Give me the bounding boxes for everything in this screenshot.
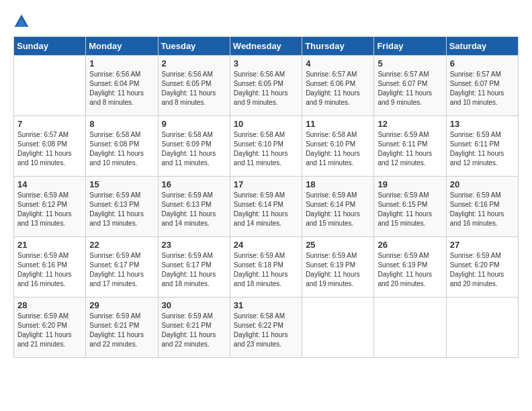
calendar-cell: 12Sunrise: 6:59 AMSunset: 6:11 PMDayligh… <box>374 116 446 177</box>
calendar-cell <box>446 298 518 358</box>
calendar-week-row: 7Sunrise: 6:57 AMSunset: 6:08 PMDaylight… <box>14 116 519 177</box>
day-of-week-header: Friday <box>374 37 446 56</box>
day-number: 26 <box>378 240 442 250</box>
day-number: 14 <box>17 179 82 189</box>
calendar-cell: 5Sunrise: 6:57 AMSunset: 6:07 PMDaylight… <box>374 56 446 116</box>
cell-info: Sunrise: 6:57 AMSunset: 6:06 PMDaylight:… <box>306 70 370 107</box>
day-number: 7 <box>17 119 82 129</box>
calendar-cell: 9Sunrise: 6:58 AMSunset: 6:09 PMDaylight… <box>158 116 230 177</box>
day-number: 16 <box>162 179 226 189</box>
cell-info: Sunrise: 6:59 AMSunset: 6:16 PMDaylight:… <box>17 251 82 289</box>
calendar-cell <box>302 298 374 358</box>
day-number: 8 <box>89 119 154 129</box>
calendar-cell: 1Sunrise: 6:56 AMSunset: 6:04 PMDaylight… <box>86 56 158 116</box>
calendar-week-row: 28Sunrise: 6:59 AMSunset: 6:20 PMDayligh… <box>14 298 519 358</box>
cell-info: Sunrise: 6:57 AMSunset: 6:07 PMDaylight:… <box>378 70 442 107</box>
cell-info: Sunrise: 6:59 AMSunset: 6:11 PMDaylight:… <box>378 130 442 168</box>
calendar-cell: 3Sunrise: 6:56 AMSunset: 6:05 PMDaylight… <box>230 56 302 116</box>
cell-info: Sunrise: 6:56 AMSunset: 6:04 PMDaylight:… <box>89 70 154 107</box>
calendar-cell: 4Sunrise: 6:57 AMSunset: 6:06 PMDaylight… <box>302 56 374 116</box>
cell-info: Sunrise: 6:59 AMSunset: 6:14 PMDaylight:… <box>306 191 370 228</box>
calendar-cell: 2Sunrise: 6:56 AMSunset: 6:05 PMDaylight… <box>158 56 230 116</box>
day-number: 3 <box>234 58 298 68</box>
cell-info: Sunrise: 6:57 AMSunset: 6:07 PMDaylight:… <box>450 70 515 107</box>
cell-info: Sunrise: 6:58 AMSunset: 6:10 PMDaylight:… <box>306 130 370 168</box>
page-header <box>13 13 519 30</box>
calendar-cell: 28Sunrise: 6:59 AMSunset: 6:20 PMDayligh… <box>14 298 86 358</box>
calendar-table: SundayMondayTuesdayWednesdayThursdayFrid… <box>13 36 519 358</box>
day-number: 27 <box>450 240 515 250</box>
day-number: 23 <box>162 240 226 250</box>
cell-info: Sunrise: 6:59 AMSunset: 6:20 PMDaylight:… <box>17 312 82 349</box>
cell-info: Sunrise: 6:56 AMSunset: 6:05 PMDaylight:… <box>234 70 298 107</box>
cell-info: Sunrise: 6:59 AMSunset: 6:17 PMDaylight:… <box>162 251 226 289</box>
cell-info: Sunrise: 6:59 AMSunset: 6:18 PMDaylight:… <box>234 251 298 289</box>
calendar-cell <box>14 56 86 116</box>
cell-info: Sunrise: 6:59 AMSunset: 6:14 PMDaylight:… <box>234 191 298 228</box>
day-number: 12 <box>378 119 442 129</box>
calendar-week-row: 1Sunrise: 6:56 AMSunset: 6:04 PMDaylight… <box>14 56 519 116</box>
calendar-cell: 13Sunrise: 6:59 AMSunset: 6:11 PMDayligh… <box>446 116 518 177</box>
cell-info: Sunrise: 6:59 AMSunset: 6:21 PMDaylight:… <box>89 312 154 349</box>
day-number: 18 <box>306 179 370 189</box>
calendar-cell: 29Sunrise: 6:59 AMSunset: 6:21 PMDayligh… <box>86 298 158 358</box>
cell-info: Sunrise: 6:58 AMSunset: 6:10 PMDaylight:… <box>234 130 298 168</box>
logo <box>13 13 32 30</box>
day-number: 25 <box>306 240 370 250</box>
calendar-cell: 31Sunrise: 6:58 AMSunset: 6:22 PMDayligh… <box>230 298 302 358</box>
day-of-week-header: Wednesday <box>230 37 302 56</box>
day-of-week-header: Monday <box>86 37 158 56</box>
day-number: 31 <box>234 300 298 310</box>
calendar-cell: 24Sunrise: 6:59 AMSunset: 6:18 PMDayligh… <box>230 237 302 298</box>
calendar-cell: 17Sunrise: 6:59 AMSunset: 6:14 PMDayligh… <box>230 177 302 237</box>
cell-info: Sunrise: 6:58 AMSunset: 6:22 PMDaylight:… <box>234 312 298 349</box>
day-of-week-header: Thursday <box>302 37 374 56</box>
day-number: 1 <box>89 58 154 68</box>
cell-info: Sunrise: 6:59 AMSunset: 6:19 PMDaylight:… <box>378 251 442 289</box>
day-number: 13 <box>450 119 515 129</box>
calendar-week-row: 14Sunrise: 6:59 AMSunset: 6:12 PMDayligh… <box>14 177 519 237</box>
cell-info: Sunrise: 6:58 AMSunset: 6:09 PMDaylight:… <box>162 130 226 168</box>
day-number: 17 <box>234 179 298 189</box>
calendar-cell: 19Sunrise: 6:59 AMSunset: 6:15 PMDayligh… <box>374 177 446 237</box>
day-number: 9 <box>162 119 226 129</box>
cell-info: Sunrise: 6:59 AMSunset: 6:17 PMDaylight:… <box>89 251 154 289</box>
day-number: 22 <box>89 240 154 250</box>
cell-info: Sunrise: 6:59 AMSunset: 6:19 PMDaylight:… <box>306 251 370 289</box>
day-number: 21 <box>17 240 82 250</box>
calendar-cell: 7Sunrise: 6:57 AMSunset: 6:08 PMDaylight… <box>14 116 86 177</box>
day-number: 4 <box>306 58 370 68</box>
logo-icon <box>13 13 30 30</box>
day-number: 20 <box>450 179 515 189</box>
day-of-week-header: Tuesday <box>158 37 230 56</box>
day-number: 6 <box>450 58 515 68</box>
day-number: 10 <box>234 119 298 129</box>
day-number: 29 <box>89 300 154 310</box>
day-number: 24 <box>234 240 298 250</box>
calendar-cell: 25Sunrise: 6:59 AMSunset: 6:19 PMDayligh… <box>302 237 374 298</box>
cell-info: Sunrise: 6:58 AMSunset: 6:08 PMDaylight:… <box>89 130 154 168</box>
calendar-cell: 8Sunrise: 6:58 AMSunset: 6:08 PMDaylight… <box>86 116 158 177</box>
calendar-cell: 20Sunrise: 6:59 AMSunset: 6:16 PMDayligh… <box>446 177 518 237</box>
cell-info: Sunrise: 6:59 AMSunset: 6:13 PMDaylight:… <box>162 191 226 228</box>
calendar-cell: 27Sunrise: 6:59 AMSunset: 6:20 PMDayligh… <box>446 237 518 298</box>
calendar-header-row: SundayMondayTuesdayWednesdayThursdayFrid… <box>14 37 519 56</box>
calendar-cell: 11Sunrise: 6:58 AMSunset: 6:10 PMDayligh… <box>302 116 374 177</box>
cell-info: Sunrise: 6:59 AMSunset: 6:16 PMDaylight:… <box>450 191 515 228</box>
cell-info: Sunrise: 6:57 AMSunset: 6:08 PMDaylight:… <box>17 130 82 168</box>
calendar-cell: 26Sunrise: 6:59 AMSunset: 6:19 PMDayligh… <box>374 237 446 298</box>
calendar-week-row: 21Sunrise: 6:59 AMSunset: 6:16 PMDayligh… <box>14 237 519 298</box>
day-number: 28 <box>17 300 82 310</box>
calendar-cell <box>374 298 446 358</box>
day-number: 30 <box>162 300 226 310</box>
cell-info: Sunrise: 6:59 AMSunset: 6:11 PMDaylight:… <box>450 130 515 168</box>
calendar-cell: 16Sunrise: 6:59 AMSunset: 6:13 PMDayligh… <box>158 177 230 237</box>
cell-info: Sunrise: 6:59 AMSunset: 6:15 PMDaylight:… <box>378 191 442 228</box>
calendar-cell: 21Sunrise: 6:59 AMSunset: 6:16 PMDayligh… <box>14 237 86 298</box>
calendar-cell: 6Sunrise: 6:57 AMSunset: 6:07 PMDaylight… <box>446 56 518 116</box>
cell-info: Sunrise: 6:59 AMSunset: 6:21 PMDaylight:… <box>162 312 226 349</box>
calendar-cell: 14Sunrise: 6:59 AMSunset: 6:12 PMDayligh… <box>14 177 86 237</box>
day-number: 19 <box>378 179 442 189</box>
cell-info: Sunrise: 6:59 AMSunset: 6:12 PMDaylight:… <box>17 191 82 228</box>
day-number: 2 <box>162 58 226 68</box>
